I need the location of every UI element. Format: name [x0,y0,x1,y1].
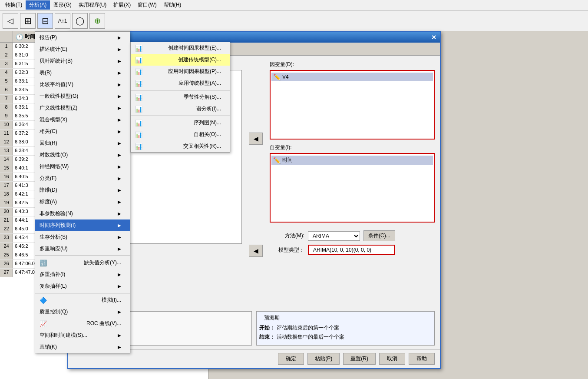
menubar-window[interactable]: 窗口(W) [134,0,160,10]
ok-button[interactable]: 确定 [278,353,304,365]
menu-arrow: ▶ [118,164,121,169]
menu-arrow: ▶ [118,272,121,277]
menu-arrow: ▶ [118,141,121,146]
menubar-utilities[interactable]: 实用程序(U) [75,0,110,10]
model-type-row: 模型类型： ARIMA(10, 0, 10)(0, 0, 0) [270,245,435,255]
indep-var-label: 自变量(I): [270,144,435,151]
menu-direct[interactable]: 直销(K) ▶ [35,341,130,353]
model-type-value: ARIMA(10, 0, 10)(0, 0, 0) [308,245,395,255]
move-to-indep-button[interactable]: ◀ [249,245,263,257]
menu-arrow: ▶ [118,117,121,122]
model-type-label: 模型类型： [270,246,304,254]
menu-mult-impute[interactable]: 多重插补(I) ▶ [35,269,130,280]
dep-var-label: 因变量(D): [270,61,435,68]
menu-missing-val[interactable]: 🔢 缺失值分析(Y)... [35,257,130,269]
ts-menu-cross-corr[interactable]: 📊 交叉相关性(R)... [131,140,230,152]
menu-complex-sample[interactable]: 复杂抽样(L) ▶ [35,280,130,292]
add-button[interactable]: ⊕ [89,13,105,29]
row-number: 8 [0,103,13,112]
time-header [0,31,13,42]
arrow-area: ◀ ◀ [247,61,264,303]
ts-menu-create-causal[interactable]: 📊 创建时间因果模型(E)... [131,42,230,54]
menu-timeseries[interactable]: 时间序列预测(I) ▶ [35,219,130,231]
menu-arrow: ▶ [118,176,121,181]
dep-var-list[interactable]: ✏️ V4 [270,70,435,140]
toolbar: ◁ ⊞ ⊟ A↕1 ◯ ⊕ [0,10,588,31]
menu-nonparam[interactable]: 非参数检验(N) ▶ [35,208,130,219]
circle-button[interactable]: ◯ [72,13,88,29]
criteria-button[interactable]: 条件(C)... [363,230,395,241]
row-number: 24 [0,243,13,251]
menu-regression[interactable]: 回归(R) ▶ [35,137,130,149]
row-number: 23 [0,234,13,242]
ts-menu-autocorr[interactable]: 📊 自相关(O)... [131,129,230,140]
menu-survival[interactable]: 生存分析(S) ▶ [35,231,130,243]
menu-table[interactable]: 表(B) ▶ [35,67,130,79]
pred-period-end: 结束： 活动数据集中的最后一个个案 [259,333,432,341]
menubar-extension[interactable]: 扩展(X) [110,0,134,10]
pred-period-start: 开始： 评估期结束后的第一个个案 [259,324,432,332]
menu-spatial-time[interactable]: 空间和时间建模(S)... ▶ [35,329,130,341]
row-number: 10 [0,121,13,129]
menu-scale[interactable]: 标度(A) ▶ [35,196,130,208]
menu-correlate[interactable]: 相关(C) ▶ [35,126,130,137]
method-row: 方法(M): ARIMA 条件(C)... [270,230,435,241]
ts-menu-spectrum[interactable]: 📊 谱分析(I)... [131,103,230,115]
table1-button[interactable]: ⊞ [20,13,36,29]
menu-arrow: ▶ [118,82,121,87]
row-number: 18 [0,190,13,199]
menu-arrow: ▶ [118,129,121,134]
indep-var-list[interactable]: ✏️ 时间 [270,153,435,223]
paste-button[interactable]: 粘贴(P) [307,353,340,365]
menu-arrow: ▶ [118,235,121,239]
menu-gzlm[interactable]: 广义线性模型(Z) ▶ [35,102,130,114]
menu-compare-means[interactable]: 比较平均值(M) ▶ [35,79,130,90]
indep-var-section: 自变量(I): ✏️ 时间 [270,144,435,223]
menu-neural[interactable]: 神经网络(W) ▶ [35,161,130,173]
ts-menu-apply-traditional[interactable]: 📊 应用传统模型(A)... [131,77,230,89]
menu-report[interactable]: 报告(P) ▶ [35,32,130,43]
row-number: 11 [0,130,13,138]
menu-arrow: ▶ [118,47,121,52]
menubar-graph[interactable]: 图形(G) [50,0,75,10]
ts-menu-apply-causal[interactable]: 📊 应用时间因果模型(P)... [131,66,230,77]
ts-menu-create-traditional[interactable]: 📊 创建传统模型(C)... [131,54,230,66]
menu-loglinear[interactable]: 对数线性(O) ▶ [35,149,130,161]
move-to-dep-button[interactable]: ◀ [249,133,263,145]
menu-reduce-dim[interactable]: 降维(D) ▶ [35,184,130,196]
menu-mixed[interactable]: 混合模型(X) ▶ [35,114,130,126]
menu-classify[interactable]: 分类(F) ▶ [35,173,130,184]
back-button[interactable]: ◁ [3,13,18,29]
menu-arrow: ▶ [118,345,121,349]
ts-menu-seasonal[interactable]: 📊 季节性分解(S)... [131,91,230,103]
cancel-button[interactable]: 取消 [379,353,405,365]
menu-arrow: ▶ [118,153,121,157]
ts-sep2 [131,116,230,116]
method-select[interactable]: ARIMA [308,231,360,241]
menu-arrow-ts: ▶ [118,223,121,228]
row-number: 21 [0,216,13,225]
help-button[interactable]: 帮助 [409,353,435,365]
row-number: 27 [0,269,13,277]
dep-var-item-v4[interactable]: ✏️ V4 [271,73,433,81]
ts-menu-seq-chart[interactable]: 📊 序列图(N)... [131,117,230,129]
menubar-help[interactable]: 帮助(H) [160,0,185,10]
menu-multiple-resp[interactable]: 多重响应(U) ▶ [35,243,130,255]
ts-dialog-close-button[interactable]: ✕ [431,34,436,41]
menu-roc[interactable]: 📈 ROC 曲线(V)... [35,318,130,329]
menubar-transform[interactable]: 转换(T) [2,0,26,10]
sort-button[interactable]: A↕1 [55,13,70,29]
menu-desc-stats[interactable]: 描述统计(E) ▶ [35,43,130,55]
row-number: 4 [0,69,13,77]
menu-simulate[interactable]: 🔷 模拟(I)... [35,294,130,306]
menu-arrow: ▶ [118,199,121,204]
menu-arrow: ▶ [118,333,121,338]
indep-var-item-time[interactable]: ✏️ 时间 [271,156,433,165]
menu-glm[interactable]: 一般线性模型(G) ▶ [35,90,130,102]
menu-bayes[interactable]: 贝叶斯统计(B) ▶ [35,55,130,67]
menu-quality[interactable]: 质量控制(Q) ▶ [35,306,130,318]
reset-button[interactable]: 重置(R) [343,353,376,365]
menu-arrow: ▶ [118,70,121,75]
table2-button[interactable]: ⊟ [37,13,53,29]
menubar-analysis[interactable]: 分析(A) [26,0,50,10]
